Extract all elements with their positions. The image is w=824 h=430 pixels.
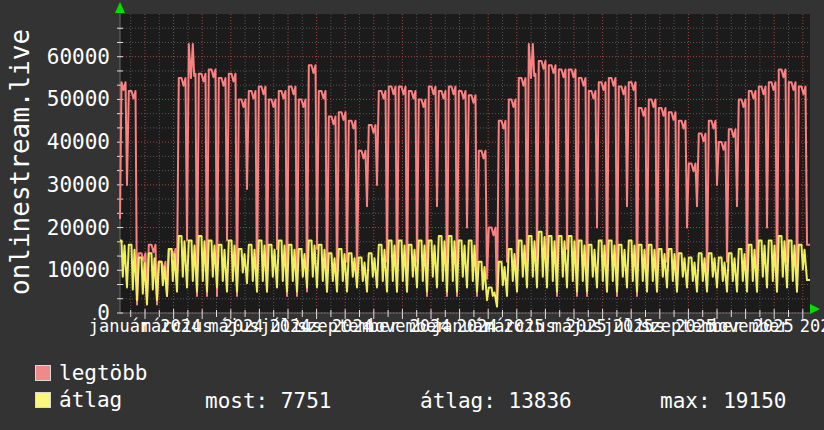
y-axis-title: onlinestream.live: [5, 35, 33, 295]
stat-max: max: 19150: [660, 389, 786, 413]
y-tick-label: 20000: [28, 216, 110, 240]
y-tick-label: 30000: [28, 173, 110, 197]
y-tick-label: 10000: [28, 258, 110, 282]
x-tick-label: november 2025: [664, 316, 824, 336]
y-tick-label: 50000: [28, 87, 110, 111]
legend-swatch-legtobb: [35, 365, 51, 381]
legend-swatch-atlag: [35, 392, 51, 408]
y-tick-label: 60000: [28, 45, 110, 69]
y-tick-label: 40000: [28, 130, 110, 154]
x-axis-arrow-icon: [810, 304, 820, 314]
y-axis-arrow-icon: [115, 2, 125, 13]
chart-plot: [120, 14, 810, 313]
legend-label-atlag: átlag: [59, 388, 122, 412]
legend-label-legtobb: legtöbb: [59, 361, 148, 385]
stat-atlag: átlag: 13836: [420, 389, 572, 413]
rrd-graph-page: { "colors": { "background": "#333333", "…: [0, 0, 824, 430]
stat-most: most: 7751: [205, 389, 331, 413]
